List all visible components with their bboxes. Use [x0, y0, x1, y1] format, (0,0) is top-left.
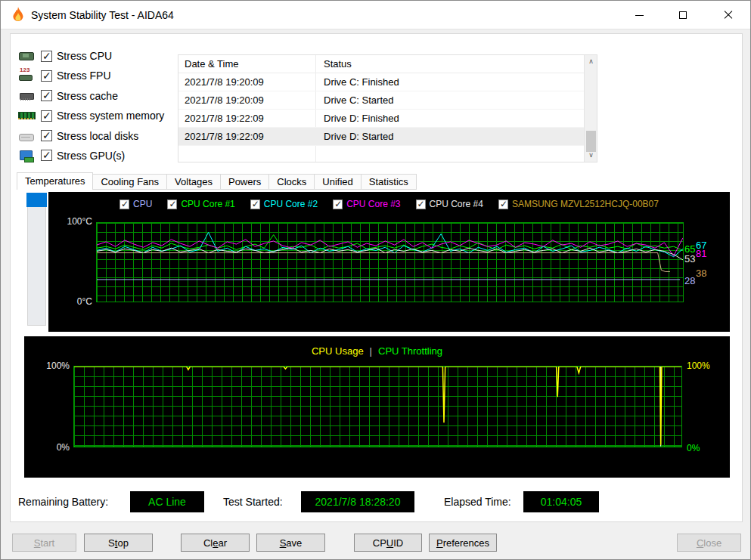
temperature-plot: [96, 222, 684, 302]
usage-axis-right-bottom: 0%: [687, 443, 700, 453]
button-label-post: ID: [393, 537, 403, 549]
log-table-body: Date & Time Status 2021/7/8 19:20:09Driv…: [178, 55, 584, 162]
series-end-label-38: 38: [696, 268, 706, 279]
usage-axis-left-bottom: 0%: [38, 442, 70, 453]
temperature-legend: CPUCPU Core #1CPU Core #2CPU Core #3CPU …: [48, 199, 730, 209]
legend-checkbox-cpu-core-2[interactable]: [250, 200, 260, 209]
tab-voltages[interactable]: Voltages: [166, 174, 221, 190]
button-label-post: tart: [40, 537, 54, 549]
titlebar: System Stability Test - AIDA64: [1, 1, 750, 29]
tab-cooling-fans[interactable]: Cooling Fans: [92, 174, 167, 190]
log-cell-date-time: 2021/7/8 19:20:09: [178, 73, 315, 91]
preferences-button[interactable]: Preferences: [429, 534, 497, 552]
scroll-down-button[interactable]: ∨: [585, 149, 597, 162]
stress-options-list: Stress CPU123Stress FPUStress cacheStres…: [18, 48, 178, 163]
stress-checkbox-stress-local-disks[interactable]: [41, 130, 52, 141]
main-panel: Stress CPU123Stress FPUStress cacheStres…: [10, 33, 743, 522]
stress-checkbox-stress-cache[interactable]: [41, 90, 52, 101]
usage-chart-title: CPU Usage | CPU Throttling: [24, 345, 730, 357]
system-stability-test-window: System Stability Test - AIDA64 Stress CP…: [0, 0, 751, 560]
log-cell-date-time: 2021/7/8 19:22:09: [178, 128, 315, 145]
title-separator: |: [370, 345, 372, 357]
fpu-icon-text: 123: [20, 67, 29, 73]
minimize-icon: [635, 15, 644, 16]
disk-icon: [18, 130, 35, 142]
legend-checkbox-cpu-core-3[interactable]: [333, 200, 343, 209]
start-button[interactable]: Start: [12, 534, 76, 552]
close-icon: [724, 11, 733, 20]
cpu-usage-title-label: CPU Usage: [312, 345, 364, 357]
legend-checkbox-samsung-mzvl2512hcjq-00b07[interactable]: [498, 200, 508, 209]
log-row[interactable]: 2021/7/8 19:22:09Drive D: Finished: [178, 110, 584, 128]
legend-label: CPU Core #3: [346, 199, 400, 209]
stress-option-stress-gpu-s: Stress GPU(s): [18, 148, 178, 163]
stress-option-stress-system-memory: Stress system memory: [18, 108, 178, 123]
legend-checkbox-cpu-core-1[interactable]: [167, 200, 177, 209]
test-started-value: 2021/7/8 18:28:20: [301, 491, 414, 512]
maximize-button[interactable]: [661, 1, 705, 29]
stress-checkbox-stress-cpu[interactable]: [41, 51, 52, 62]
tab-temperatures[interactable]: Temperatures: [17, 172, 93, 190]
button-label-post: lose: [703, 537, 722, 549]
log-header-date-time: Date & Time: [178, 55, 315, 73]
legend-label: CPU Core #4: [430, 199, 483, 209]
log-row[interactable]: 2021/7/8 19:22:09Drive D: Started: [178, 128, 584, 146]
legend-checkbox-cpu[interactable]: [119, 200, 129, 209]
remaining-battery-value: AC Line: [130, 491, 204, 512]
log-table[interactable]: Date & Time Status 2021/7/8 19:20:09Driv…: [178, 54, 597, 162]
slider-thumb[interactable]: [26, 193, 47, 207]
tab-unified[interactable]: Unified: [314, 174, 361, 190]
stress-label: Stress system memory: [57, 110, 164, 122]
elapsed-time-label: Elapsed Time:: [444, 496, 511, 508]
series-end-label-53: 53: [684, 253, 695, 265]
log-row[interactable]: 2021/7/8 19:20:09Drive C: Finished: [178, 73, 584, 91]
cpu-throttling-title-label: CPU Throttling: [378, 345, 442, 357]
legend-label: SAMSUNG MZVL2512HCJQ-00B07: [512, 199, 659, 209]
legend-label: CPU Core #2: [264, 199, 318, 209]
stress-checkbox-stress-system-memory[interactable]: [41, 110, 52, 122]
memory-icon: [18, 110, 35, 122]
stress-label: Stress FPU: [57, 70, 111, 82]
chart-scroll-slider[interactable]: [26, 193, 47, 326]
usage-axis-right-top: 100%: [687, 360, 710, 371]
tab-clocks[interactable]: Clocks: [268, 174, 315, 190]
button-label-pre: CP: [373, 537, 386, 549]
log-row[interactable]: 2021/7/8 19:20:09Drive C: Started: [178, 91, 584, 110]
scroll-up-button[interactable]: ∧: [585, 55, 597, 68]
stress-label: Stress cache: [57, 90, 118, 102]
clear-button[interactable]: Clear: [181, 534, 250, 552]
slider-track[interactable]: [27, 193, 46, 326]
tab-statistics[interactable]: Statistics: [361, 174, 417, 190]
gpu-icon: [18, 150, 35, 162]
stress-option-stress-fpu: 123Stress FPU: [18, 68, 178, 83]
save-button[interactable]: Save: [256, 534, 325, 552]
legend-label: CPU: [133, 199, 152, 209]
log-cell-status: Drive C: Finished: [315, 73, 584, 91]
stop-button[interactable]: Stop: [84, 534, 153, 552]
button-label-pre: Cl: [203, 537, 213, 549]
stress-checkbox-stress-gpu-s[interactable]: [41, 150, 52, 161]
legend-item-cpu-core-4: CPU Core #4: [416, 199, 483, 209]
cache-icon: [18, 90, 35, 102]
log-scrollbar[interactable]: ∧ ∨: [584, 55, 597, 162]
legend-checkbox-cpu-core-4[interactable]: [416, 200, 426, 209]
log-header-row: Date & Time Status: [178, 55, 584, 73]
usage-plot: [73, 366, 682, 447]
cpuid-button[interactable]: CPUID: [354, 534, 422, 552]
window-title: System Stability Test - AIDA64: [31, 9, 174, 21]
close-window-button[interactable]: [706, 1, 750, 29]
stress-checkbox-stress-fpu[interactable]: [41, 70, 52, 82]
series-end-label-81: 81: [696, 248, 706, 259]
legend-item-cpu-core-2: CPU Core #2: [250, 199, 318, 209]
close-button[interactable]: Close: [677, 534, 741, 552]
button-label-post: references: [443, 537, 489, 549]
button-mnemonic: U: [386, 537, 393, 549]
button-label-post: ave: [286, 537, 302, 549]
button-mnemonic: P: [436, 537, 443, 549]
log-cell-date-time: 2021/7/8 19:22:09: [178, 110, 315, 127]
fpu-icon: 123: [18, 70, 35, 82]
tab-powers[interactable]: Powers: [220, 174, 269, 190]
legend-item-cpu-core-3: CPU Core #3: [333, 199, 400, 209]
test-started-label: Test Started:: [223, 496, 283, 508]
minimize-button[interactable]: [617, 1, 661, 29]
